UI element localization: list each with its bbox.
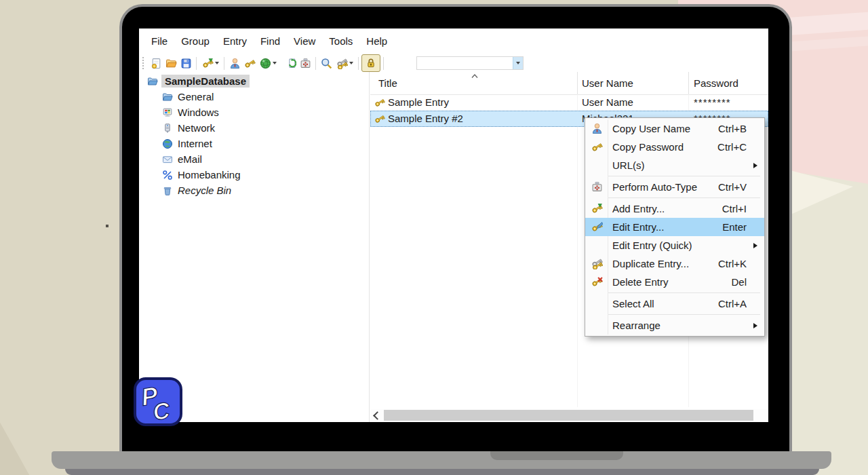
open-folder-icon	[165, 58, 177, 69]
sort-ascending-icon	[471, 73, 479, 79]
key-delete-icon	[585, 276, 608, 288]
toolbar-separator	[224, 57, 224, 70]
tree-item-recycle-bin[interactable]: Recycle Bin	[139, 183, 368, 198]
server-icon	[162, 123, 173, 134]
column-gridline	[577, 94, 578, 407]
search-icon	[321, 58, 332, 69]
toolbar-separator	[196, 57, 197, 70]
tree-item-label: Homebanking	[178, 169, 241, 180]
user-icon	[585, 123, 608, 134]
context-copy-user-name[interactable]: Copy User Name Ctrl+B	[585, 119, 764, 138]
dropdown-arrow-icon[interactable]	[273, 62, 277, 64]
toolbar	[139, 53, 768, 73]
tree-item-general[interactable]: General	[139, 89, 368, 104]
entry-context-menu: Copy User Name Ctrl+B Copy Password Ctrl…	[585, 117, 765, 337]
context-item-label: Select All	[608, 298, 654, 309]
menu-tools[interactable]: Tools	[322, 35, 359, 47]
context-item-label: Delete Entry	[608, 276, 669, 288]
copy-password-button[interactable]	[242, 55, 257, 71]
menu-entry[interactable]: Entry	[216, 35, 254, 47]
tree-item-homebanking[interactable]: Homebanking	[139, 167, 368, 183]
context-item-shortcut: Ctrl+A	[718, 298, 747, 309]
context-copy-password[interactable]: Copy Password Ctrl+C	[585, 138, 764, 156]
background-corner-wedge	[0, 415, 49, 475]
new-database-button[interactable]	[149, 55, 163, 71]
tree-item-email[interactable]: eMail	[139, 151, 368, 167]
context-item-shortcut: Del	[731, 276, 747, 288]
key-edit-icon	[585, 221, 608, 233]
globe-icon	[162, 138, 173, 149]
user-icon	[229, 58, 241, 69]
column-divider[interactable]	[688, 72, 689, 94]
open-url-button[interactable]	[257, 55, 279, 71]
context-delete-entry[interactable]: Delete Entry Del	[585, 273, 764, 291]
context-item-label: Perform Auto-Type	[608, 181, 697, 193]
context-item-shortcut: Ctrl+K	[718, 258, 747, 269]
key-add-icon	[202, 58, 214, 69]
windows-icon	[162, 107, 173, 118]
quick-search-input[interactable]	[417, 57, 513, 69]
column-header-username[interactable]: User Name	[582, 77, 633, 89]
menu-help[interactable]: Help	[359, 35, 394, 47]
copy-user-name-button[interactable]	[227, 55, 242, 71]
laptop-base-notch	[490, 451, 623, 460]
column-divider[interactable]	[577, 72, 578, 94]
tree-item-label: Network	[178, 122, 215, 134]
open-database-button[interactable]	[163, 55, 178, 71]
context-add-entry[interactable]: Add Entry... Ctrl+I	[585, 200, 764, 218]
quick-search-dropdown-button[interactable]	[513, 57, 523, 69]
column-header-title[interactable]: Title	[378, 77, 397, 89]
context-item-shortcut: Ctrl+B	[718, 123, 747, 134]
tree-item-sampledatabase[interactable]: SampleDatabase	[139, 73, 368, 89]
horizontal-scrollbar[interactable]	[370, 409, 768, 421]
context-select-all[interactable]: Select All Ctrl+A	[585, 294, 764, 313]
toolbar-grip[interactable]	[142, 57, 146, 69]
perform-auto-type-button[interactable]	[298, 55, 313, 71]
context-duplicate-entry[interactable]: Duplicate Entry... Ctrl+K	[585, 254, 764, 273]
context-menu-separator	[608, 197, 760, 198]
list-header: Title User Name Password	[370, 72, 768, 95]
context-item-label: Rearrange	[608, 320, 660, 331]
context-item-shortcut: Ctrl+I	[722, 203, 747, 214]
submenu-arrow-icon	[747, 163, 764, 168]
scrollbar-thumb[interactable]	[384, 410, 753, 421]
entry-row-sample-entry[interactable]: Sample Entry User Name ********	[370, 94, 768, 111]
panel-splitter[interactable]	[369, 72, 370, 422]
context-urls[interactable]: URL(s)	[585, 156, 764, 174]
submenu-arrow-icon	[747, 243, 764, 248]
entry-username: User Name	[582, 96, 633, 108]
context-perform-auto-type[interactable]: Perform Auto-Type Ctrl+V	[585, 178, 764, 196]
context-menu-separator	[608, 292, 760, 293]
envelope-icon	[162, 154, 173, 165]
scroll-left-icon[interactable]	[373, 411, 382, 420]
menu-find[interactable]: Find	[254, 35, 287, 47]
column-header-password[interactable]: Password	[694, 77, 738, 89]
open-folder-icon	[147, 76, 158, 87]
add-entry-button[interactable]	[199, 55, 221, 71]
menu-file[interactable]: File	[144, 35, 174, 47]
context-edit-entry[interactable]: Edit Entry... Enter	[585, 218, 764, 236]
tree-item-windows[interactable]: Windows	[139, 104, 368, 120]
folder-icon	[162, 92, 173, 102]
lock-icon	[366, 58, 376, 69]
find-button[interactable]	[319, 55, 334, 71]
dropdown-arrow-icon[interactable]	[349, 62, 353, 64]
context-rearrange[interactable]: Rearrange	[585, 316, 764, 335]
dropdown-arrow-icon[interactable]	[215, 62, 219, 64]
menu-group[interactable]: Group	[174, 35, 216, 47]
tree-item-label: General	[178, 91, 214, 102]
tree-item-internet[interactable]: Internet	[139, 136, 368, 151]
menu-view[interactable]: View	[287, 35, 322, 47]
context-item-label: Copy Password	[608, 141, 684, 153]
context-edit-entry-quick[interactable]: Edit Entry (Quick)	[585, 236, 764, 254]
watermark-logo: P C	[133, 377, 183, 427]
key-duplicate-icon	[585, 258, 608, 269]
tree-item-network[interactable]: Network	[139, 120, 368, 136]
save-database-button[interactable]	[178, 55, 193, 71]
submenu-arrow-icon	[747, 323, 764, 328]
context-item-shortcut: Ctrl+V	[718, 181, 747, 193]
lock-workspace-button[interactable]	[361, 54, 380, 72]
copy-entry-button[interactable]	[283, 55, 298, 71]
find-entries-button[interactable]	[334, 55, 355, 71]
new-database-icon	[151, 58, 162, 69]
